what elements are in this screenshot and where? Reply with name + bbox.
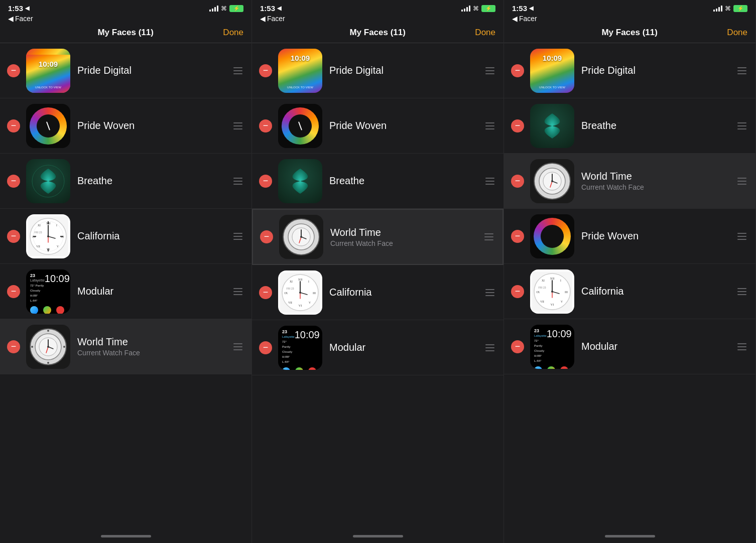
- delete-button[interactable]: [511, 230, 524, 243]
- drag-handle[interactable]: [735, 341, 748, 352]
- face-thumbnail: 23Lafayette72° Partly CloudyH:88° L:64° …: [530, 325, 574, 369]
- status-bar-1: 1:53 ◀ ⌘ ⚡: [0, 0, 251, 15]
- face-thumbnail: [26, 104, 70, 148]
- drag-handle[interactable]: [483, 65, 496, 76]
- delete-button[interactable]: [259, 286, 272, 299]
- handle-line: [485, 295, 494, 296]
- delete-button[interactable]: [259, 175, 272, 188]
- delete-button[interactable]: [511, 285, 524, 298]
- signal-bars-1: [209, 6, 218, 12]
- face-list-3: 10:09 UNLOCK TO VIEW Pride Digital: [504, 43, 755, 529]
- drag-handle[interactable]: [483, 287, 496, 298]
- home-indicator-2: [252, 529, 503, 543]
- handle-line: [485, 73, 494, 74]
- home-bar-1: [101, 535, 151, 537]
- list-item: 10:09 UNLOCK TO VIEW Pride Digital: [0, 43, 251, 98]
- handle-line: [737, 73, 746, 74]
- done-button-1[interactable]: Done: [223, 28, 243, 38]
- drag-handle[interactable]: [231, 65, 244, 76]
- handle-line: [485, 344, 494, 345]
- face-info: World Time Current Watch Face: [581, 171, 735, 191]
- face-thumbnail: 23Lafayette72° Partly CloudyH:88° L:64° …: [26, 269, 70, 314]
- delete-button[interactable]: [511, 175, 524, 188]
- drag-handle[interactable]: [735, 231, 748, 242]
- delete-button[interactable]: [511, 64, 524, 77]
- svg-text:XI: XI: [38, 224, 41, 227]
- status-bar-3: 1:53 ◀ ⌘ ⚡: [504, 0, 755, 15]
- delete-button[interactable]: [511, 119, 524, 132]
- handle-line: [485, 125, 494, 126]
- handle-line: [484, 239, 493, 240]
- svg-text:IX: IX: [33, 235, 36, 238]
- handle-line: [737, 288, 746, 289]
- home-bar-3: [605, 535, 655, 537]
- delete-button[interactable]: [511, 340, 524, 353]
- list-item: XII VI III IX XI I VII V FRI 23 Californ…: [0, 209, 251, 264]
- delete-button[interactable]: [7, 64, 20, 77]
- drag-handle[interactable]: [231, 286, 244, 297]
- california-svg: XII VI III IX XI I VII V FRI 23: [28, 216, 68, 256]
- face-info: California: [329, 287, 483, 298]
- face-info: Breathe: [329, 175, 483, 187]
- delete-button[interactable]: [7, 340, 20, 353]
- list-item: Pride Woven: [504, 209, 755, 264]
- delete-button[interactable]: [260, 230, 273, 243]
- breathe-svg: [31, 164, 66, 199]
- delete-button[interactable]: [259, 64, 272, 77]
- svg-text:FRI 23: FRI 23: [286, 287, 294, 290]
- done-button-3[interactable]: Done: [727, 28, 747, 38]
- back-button-1[interactable]: ◀ Facer: [8, 15, 243, 23]
- list-item: Breathe: [0, 154, 251, 209]
- svg-text:XII: XII: [298, 278, 302, 281]
- back-button-3[interactable]: ◀ Facer: [512, 15, 747, 23]
- done-button-2[interactable]: Done: [475, 28, 495, 38]
- page-title-3: My Faces (11): [532, 28, 727, 38]
- delete-button[interactable]: [259, 341, 272, 354]
- face-thumbnail: [530, 214, 574, 258]
- delete-button[interactable]: [7, 285, 20, 298]
- drag-handle[interactable]: [231, 120, 244, 131]
- status-icons-3: ⌘ ⚡: [713, 5, 747, 12]
- handle-line: [485, 347, 494, 348]
- drag-handle[interactable]: [483, 176, 496, 187]
- svg-text:VII: VII: [36, 245, 40, 248]
- drag-handle[interactable]: [735, 65, 748, 76]
- drag-handle[interactable]: [735, 176, 748, 187]
- drag-handle[interactable]: [482, 231, 495, 242]
- face-info: California: [581, 286, 735, 297]
- drag-handle[interactable]: [735, 120, 748, 131]
- drag-handle[interactable]: [735, 286, 748, 297]
- face-thumbnail: [278, 159, 322, 203]
- delete-button[interactable]: [7, 175, 20, 188]
- drag-handle[interactable]: [231, 341, 244, 352]
- delete-button[interactable]: [7, 230, 20, 243]
- face-name: Breathe: [77, 175, 231, 187]
- svg-point-29: [47, 330, 49, 332]
- back-button-2[interactable]: ◀ Facer: [260, 15, 495, 23]
- bar-2: [212, 9, 213, 12]
- handle-line: [233, 181, 242, 182]
- face-info: Pride Digital: [581, 65, 735, 76]
- handle-line: [233, 122, 242, 123]
- time-2: 1:53: [260, 4, 275, 13]
- drag-handle[interactable]: [483, 342, 496, 353]
- drag-handle[interactable]: [483, 120, 496, 131]
- delete-button[interactable]: [259, 119, 272, 132]
- handle-line: [737, 233, 746, 234]
- handle-line: [737, 128, 746, 129]
- list-item: XII VI III IX XI I VII V FRI 23 Californ…: [504, 264, 755, 319]
- svg-text:FRI 23: FRI 23: [34, 231, 42, 234]
- drag-handle[interactable]: [231, 231, 244, 242]
- face-info: Pride Digital: [77, 65, 231, 76]
- delete-button[interactable]: [7, 119, 20, 132]
- time-3: 1:53: [512, 4, 527, 13]
- svg-text:VI: VI: [551, 303, 554, 306]
- handle-line: [233, 291, 242, 292]
- location-arrow-2: ◀: [277, 5, 281, 12]
- handle-line: [233, 343, 242, 344]
- list-item: XII VI III IX XI I VII V FRI 23 Californ…: [252, 265, 503, 320]
- drag-handle[interactable]: [231, 176, 244, 187]
- back-label-3: Facer: [519, 15, 537, 23]
- face-name: Pride Woven: [581, 230, 735, 242]
- face-thumbnail: 10:09 UNLOCK TO VIEW: [278, 49, 322, 93]
